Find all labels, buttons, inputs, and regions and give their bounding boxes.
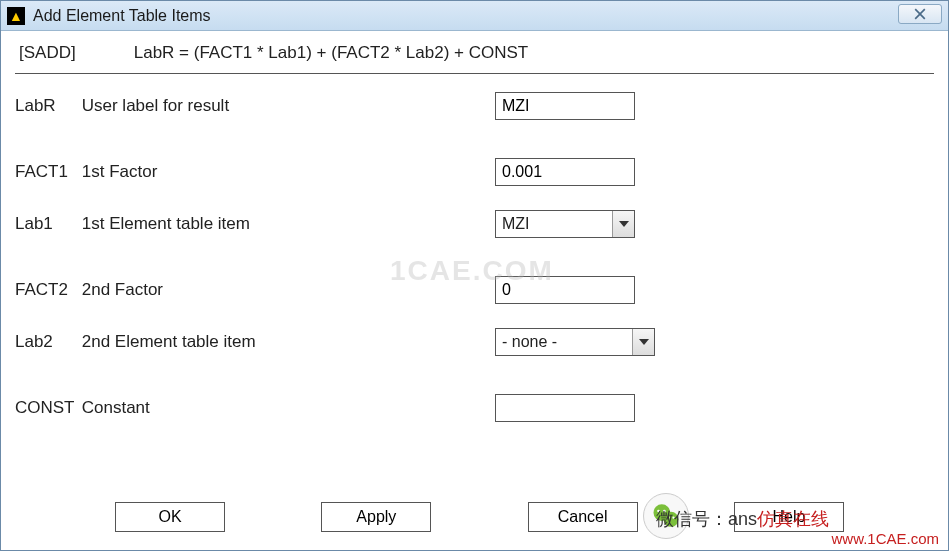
lab2-select-value: - none -	[496, 329, 632, 355]
fact2-input[interactable]	[495, 276, 635, 304]
const-label: CONST Constant	[15, 394, 495, 422]
fact2-label: FACT2 2nd Factor	[15, 276, 495, 304]
lab2-label: Lab2 2nd Element table item	[15, 328, 495, 356]
window-title: Add Element Table Items	[33, 7, 211, 25]
ok-button[interactable]: OK	[115, 502, 225, 532]
chevron-down-icon	[619, 221, 629, 227]
dialog-content: [SADD] LabR = (FACT1 * Lab1) + (FACT2 * …	[1, 31, 948, 550]
lab1-select-value: MZI	[496, 211, 612, 237]
const-input[interactable]	[495, 394, 635, 422]
lab1-dropdown-button[interactable]	[612, 211, 634, 237]
divider	[15, 73, 934, 74]
apply-button[interactable]: Apply	[321, 502, 431, 532]
help-button[interactable]: Help	[734, 502, 844, 532]
close-icon	[914, 8, 926, 20]
formula-expression: LabR = (FACT1 * Lab1) + (FACT2 * Lab2) +…	[134, 43, 528, 62]
command-label: [SADD]	[19, 43, 129, 63]
chevron-down-icon	[639, 339, 649, 345]
svg-marker-3	[639, 339, 649, 345]
formula-row: [SADD] LabR = (FACT1 * Lab1) + (FACT2 * …	[15, 39, 934, 73]
labr-label: LabR User label for result	[15, 92, 495, 120]
button-row: OK Apply Cancel Help	[15, 494, 934, 536]
app-icon: ▲	[7, 7, 25, 25]
labr-input[interactable]	[495, 92, 635, 120]
fact1-label: FACT1 1st Factor	[15, 158, 495, 186]
lab2-select[interactable]: - none -	[495, 328, 655, 356]
form-area: LabR User label for result FACT1 1st Fac…	[15, 88, 934, 494]
fact1-input[interactable]	[495, 158, 635, 186]
lab2-dropdown-button[interactable]	[632, 329, 654, 355]
dialog-window: ▲ Add Element Table Items [SADD] LabR = …	[0, 0, 949, 551]
lab1-label: Lab1 1st Element table item	[15, 210, 495, 238]
cancel-button[interactable]: Cancel	[528, 502, 638, 532]
close-button[interactable]	[898, 4, 942, 24]
titlebar: ▲ Add Element Table Items	[1, 1, 948, 31]
svg-marker-2	[619, 221, 629, 227]
lab1-select[interactable]: MZI	[495, 210, 635, 238]
